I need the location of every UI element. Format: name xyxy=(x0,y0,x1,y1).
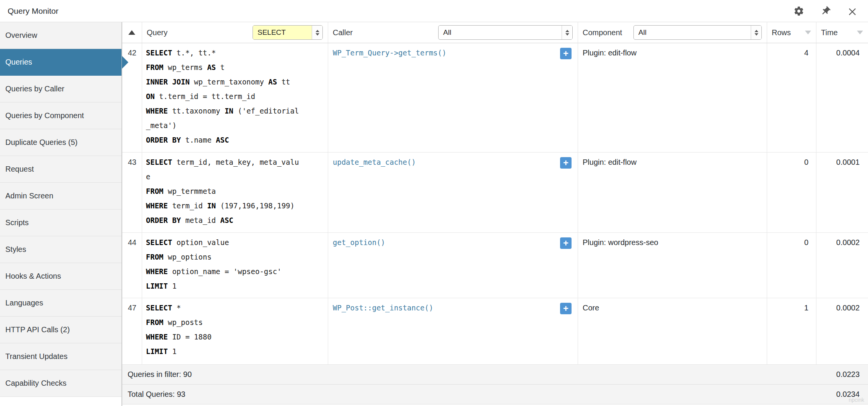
sort-header[interactable] xyxy=(122,22,142,43)
expand-caller-button[interactable]: + xyxy=(560,237,572,249)
sidebar-item-http-api-calls-2[interactable]: HTTP API Calls (2) xyxy=(0,317,121,343)
table-header: Query SELECT Caller All Component xyxy=(122,22,868,43)
sidebar-item-label: Transient Updates xyxy=(5,352,68,361)
sidebar-item-label: Overview xyxy=(5,31,37,40)
table-body: 42SELECT t.*, tt.* FROM wp_terms AS t IN… xyxy=(122,43,868,365)
sidebar-item-scripts[interactable]: Scripts xyxy=(0,209,121,236)
query-filter-value: SELECT xyxy=(253,26,312,39)
sql-keyword: WHERE xyxy=(146,107,168,115)
sql-keyword: ASC xyxy=(216,136,229,144)
sidebar-item-capability-checks[interactable]: Capability Checks xyxy=(0,370,121,397)
sql-text: t.name xyxy=(181,136,216,144)
sql-keyword: ASC xyxy=(220,216,233,224)
footer-label: Total Queries: 93 xyxy=(128,390,185,399)
settings-gear-icon[interactable] xyxy=(793,5,805,17)
rows-header-label: Rows xyxy=(772,28,791,37)
time-cell: 0.0004 xyxy=(816,43,868,152)
sidebar: OverviewQueriesQueries by CallerQueries … xyxy=(0,22,122,406)
component-cell: Plugin: wordpress-seo xyxy=(578,233,767,298)
component-filter-value: All xyxy=(634,26,751,39)
sql-keyword: ON xyxy=(146,92,155,101)
caller-link[interactable]: update_meta_cache() xyxy=(333,158,416,166)
expand-caller-button[interactable]: + xyxy=(560,157,572,169)
sql-text: t.*, tt.* xyxy=(172,49,216,57)
sidebar-item-languages[interactable]: Languages xyxy=(0,290,121,317)
sidebar-item-overview[interactable]: Overview xyxy=(0,22,121,49)
sql-keyword: LIMIT xyxy=(146,282,168,290)
select-stepper-icon xyxy=(312,26,322,39)
query-header-label: Query xyxy=(147,28,167,37)
sql-text: 1 xyxy=(168,347,177,356)
rows-cell: 4 xyxy=(767,43,816,152)
query-sql: SELECT term_id, meta_key, meta_valu e FR… xyxy=(142,153,328,232)
table-footer: Queries in filter: 900.0223Total Queries… xyxy=(122,365,868,404)
sql-text: t xyxy=(216,63,225,71)
sidebar-item-queries[interactable]: Queries xyxy=(0,49,121,76)
time-cell: 0.0001 xyxy=(816,153,868,232)
rows-filter-icon[interactable] xyxy=(805,31,811,34)
sidebar-item-label: Scripts xyxy=(5,218,29,227)
component-cell: Plugin: edit-flow xyxy=(578,43,767,152)
sql-text: * xyxy=(172,304,181,312)
panel-title: Query Monitor xyxy=(8,6,58,16)
sql-keyword: FROM xyxy=(146,253,164,261)
component-header: Component All xyxy=(578,22,767,43)
query-monitor-panel: Query Monitor OverviewQueriesQueries by … xyxy=(0,0,868,406)
sql-text: wp_terms xyxy=(164,63,207,71)
sql-keyword: WHERE xyxy=(146,267,168,276)
sql-keyword: AS xyxy=(207,63,216,71)
sql-text: option_name = 'wpseo-gsc' xyxy=(168,267,281,276)
sql-keyword: FROM xyxy=(146,63,164,71)
sql-text: wp_posts xyxy=(164,318,203,326)
sidebar-item-queries-by-component[interactable]: Queries by Component xyxy=(0,102,121,129)
sql-text: option_value xyxy=(172,238,229,247)
sql-keyword: SELECT xyxy=(146,238,172,247)
caller-filter-select[interactable]: All xyxy=(438,25,573,40)
query-row: 42SELECT t.*, tt.* FROM wp_terms AS t IN… xyxy=(122,43,868,153)
sort-asc-icon xyxy=(128,30,135,35)
select-stepper-icon xyxy=(751,26,761,39)
pin-icon[interactable] xyxy=(820,5,831,17)
expand-caller-button[interactable]: + xyxy=(560,303,572,314)
sidebar-item-queries-by-caller[interactable]: Queries by Caller xyxy=(0,76,121,102)
caller-link[interactable]: get_option() xyxy=(333,238,385,247)
sidebar-item-label: Queries by Caller xyxy=(5,84,65,93)
sql-keyword: IN xyxy=(225,107,233,115)
time-filter-icon[interactable] xyxy=(857,31,863,34)
sql-keyword: SELECT xyxy=(146,158,172,166)
sidebar-item-hooks-actions[interactable]: Hooks & Actions xyxy=(0,263,121,290)
sidebar-item-label: Styles xyxy=(5,245,26,254)
component-filter-select[interactable]: All xyxy=(633,25,762,40)
sidebar-item-admin-screen[interactable]: Admin Screen xyxy=(0,183,121,209)
expand-caller-button[interactable]: + xyxy=(560,48,572,59)
query-type-filter-select[interactable]: SELECT xyxy=(253,25,323,40)
sidebar-item-label: Request xyxy=(5,165,34,174)
footer-time: 0.0223 xyxy=(836,370,860,379)
sidebar-item-label: Queries xyxy=(5,58,32,67)
sql-keyword: SELECT xyxy=(146,49,172,57)
component-header-label: Component xyxy=(583,28,622,37)
close-icon[interactable] xyxy=(847,5,858,17)
sidebar-item-styles[interactable]: Styles xyxy=(0,236,121,263)
time-cell: 0.0002 xyxy=(816,233,868,298)
total-queries-row: Total Queries: 930.0234 xyxy=(122,385,868,404)
query-header: Query SELECT xyxy=(142,22,328,43)
component-cell: Plugin: edit-flow xyxy=(578,153,767,232)
sql-text: term_id xyxy=(168,201,207,210)
sidebar-item-label: Queries by Component xyxy=(5,111,84,120)
caller-cell: WP_Term_Query->get_terms()+ xyxy=(328,43,578,152)
caller-link[interactable]: WP_Term_Query->get_terms() xyxy=(333,49,446,57)
sidebar-item-duplicate-queries-5[interactable]: Duplicate Queries (5) xyxy=(0,129,121,156)
sql-keyword: INNER JOIN xyxy=(146,78,189,86)
query-number: 47 xyxy=(122,298,142,364)
sql-text: wp_options xyxy=(164,253,212,261)
sidebar-item-request[interactable]: Request xyxy=(0,156,121,183)
sql-keyword: FROM xyxy=(146,187,164,195)
rows-cell: 0 xyxy=(767,233,816,298)
caller-link[interactable]: WP_Post::get_instance() xyxy=(333,304,433,312)
sql-keyword: WHERE xyxy=(146,201,168,210)
time-cell: 0.0002 xyxy=(816,298,868,364)
sidebar-item-transient-updates[interactable]: Transient Updates xyxy=(0,343,121,370)
sql-keyword: IN xyxy=(207,201,216,210)
sidebar-item-label: Capability Checks xyxy=(5,379,66,388)
